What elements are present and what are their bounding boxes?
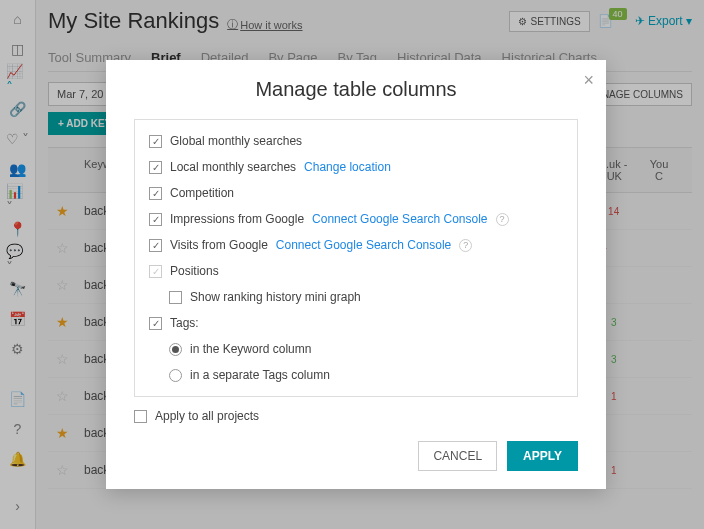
checkbox-competition[interactable] — [149, 187, 162, 200]
checkbox-local[interactable] — [149, 161, 162, 174]
help-icon[interactable]: ? — [459, 239, 472, 252]
modal-title: Manage table columns — [134, 78, 578, 101]
help-icon[interactable]: ? — [496, 213, 509, 226]
checkbox-global[interactable] — [149, 135, 162, 148]
manage-columns-modal: × Manage table columns Global monthly se… — [106, 60, 606, 489]
checkbox-visits[interactable] — [149, 239, 162, 252]
checkbox-apply-all[interactable] — [134, 410, 147, 423]
checkbox-positions[interactable] — [149, 265, 162, 278]
radio-tags-separate[interactable] — [169, 369, 182, 382]
connect-gsc-link-2[interactable]: Connect Google Search Console — [276, 238, 451, 252]
radio-tags-inline[interactable] — [169, 343, 182, 356]
checkbox-impressions[interactable] — [149, 213, 162, 226]
close-icon[interactable]: × — [583, 70, 594, 91]
cancel-button[interactable]: CANCEL — [418, 441, 497, 471]
checkbox-tags[interactable] — [149, 317, 162, 330]
connect-gsc-link-1[interactable]: Connect Google Search Console — [312, 212, 487, 226]
change-location-link[interactable]: Change location — [304, 160, 391, 174]
apply-button[interactable]: APPLY — [507, 441, 578, 471]
checkbox-mini-graph[interactable] — [169, 291, 182, 304]
